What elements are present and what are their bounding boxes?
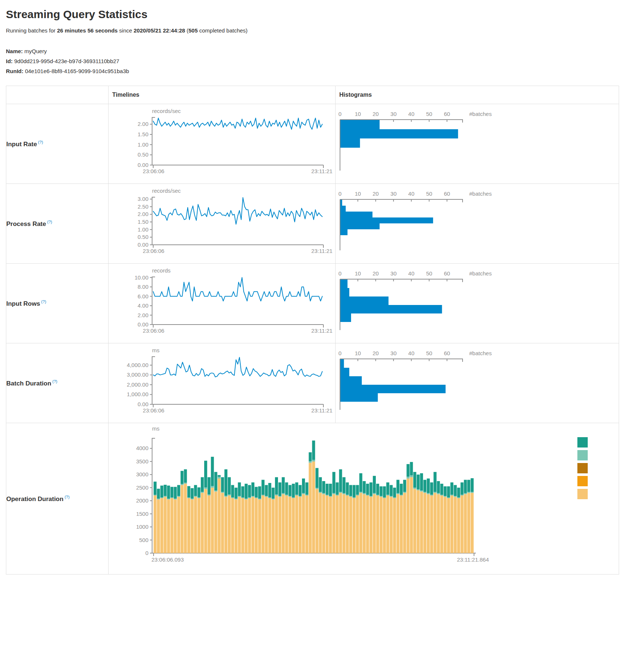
running-duration: 26 minutes 56 seconds [57, 27, 117, 34]
query-id-line: Id: 9d0dd219-995d-423e-b97d-36931110bb27 [6, 56, 619, 66]
svg-text:10.00: 10.00 [134, 274, 148, 281]
running-open-paren: ( [185, 27, 188, 34]
svg-text:40: 40 [408, 350, 415, 356]
query-meta: Name: myQuery Id: 9d0dd219-995d-423e-b97… [6, 46, 619, 76]
svg-text:60: 60 [444, 111, 450, 117]
input-rows-help-icon[interactable]: (?) [41, 299, 46, 304]
legend-swatch [577, 476, 588, 486]
svg-text:1000: 1000 [136, 524, 148, 530]
svg-text:30: 30 [391, 270, 397, 277]
svg-text:10: 10 [355, 270, 361, 277]
legend-swatch [577, 450, 588, 460]
running-batch-count: 505 [189, 27, 198, 34]
operation-duration-help-icon[interactable]: (?) [65, 495, 69, 499]
svg-text:1.50: 1.50 [138, 131, 148, 137]
svg-text:20: 20 [372, 111, 379, 117]
query-id-label: Id: [6, 58, 13, 64]
process-rate-row: Process Rate(?) records/sec0.000.501.001… [6, 184, 619, 264]
svg-text:0.50: 0.50 [138, 234, 148, 240]
svg-text:1500: 1500 [136, 511, 148, 517]
svg-text:50: 50 [426, 270, 432, 277]
svg-text:0.00: 0.00 [138, 241, 148, 248]
svg-text:2000: 2000 [136, 497, 148, 504]
svg-text:60: 60 [444, 191, 450, 197]
svg-text:3000: 3000 [136, 471, 148, 477]
query-name-line: Name: myQuery [6, 46, 619, 56]
batch-duration-help-icon[interactable]: (?) [52, 379, 57, 384]
input-rows-row: Input Rows(?) records0.002.004.006.008.0… [6, 264, 619, 343]
svg-text:0: 0 [339, 270, 341, 277]
svg-text:23:06:06: 23:06:06 [143, 248, 164, 254]
legend-swatch [577, 463, 588, 473]
input-rows-timeline-chart: records0.002.004.006.008.0010.0023:06:06… [109, 264, 336, 343]
process-rate-label: Process Rate [6, 220, 46, 227]
legend-swatch [577, 489, 588, 499]
process-rate-histogram-chart: 0102030405060#batches [336, 184, 619, 263]
svg-text:23:11:21: 23:11:21 [311, 407, 332, 414]
process-rate-label-cell: Process Rate(?) [6, 184, 109, 264]
svg-text:0: 0 [339, 350, 341, 356]
svg-text:1.50: 1.50 [138, 219, 148, 225]
svg-text:ms: ms [152, 425, 159, 432]
operation-duration-row: Operation Duration(?) ms0500100015002000… [6, 423, 619, 575]
svg-text:0: 0 [339, 191, 341, 197]
streaming-statistics-page: Streaming Query Statistics Running batch… [0, 0, 625, 575]
svg-text:3,000.00: 3,000.00 [127, 371, 148, 378]
query-id-value: 9d0dd219-995d-423e-b97d-36931110bb27 [14, 58, 120, 64]
svg-text:23:11:21: 23:11:21 [311, 328, 332, 334]
svg-text:#batches: #batches [469, 270, 492, 277]
svg-text:20: 20 [372, 350, 379, 356]
process-rate-timeline-chart: records/sec0.000.501.001.502.002.503.002… [109, 184, 336, 263]
query-name-label: Name: [6, 48, 23, 54]
svg-text:20: 20 [372, 270, 379, 277]
svg-text:30: 30 [391, 111, 397, 117]
svg-text:50: 50 [426, 350, 432, 356]
batch-duration-label-cell: Batch Duration(?) [6, 343, 109, 423]
svg-text:1,000.00: 1,000.00 [127, 391, 148, 397]
svg-text:#batches: #batches [469, 111, 492, 117]
running-suffix: completed batches) [198, 27, 248, 34]
svg-text:records/sec: records/sec [152, 108, 181, 114]
svg-text:records/sec: records/sec [152, 188, 181, 194]
svg-text:60: 60 [444, 350, 450, 356]
svg-text:1.00: 1.00 [138, 141, 148, 148]
batch-duration-histogram-chart: 0102030405060#batches [336, 343, 619, 423]
input-rate-label-cell: Input Rate(?) [6, 104, 109, 184]
input-rows-label: Input Rows [6, 300, 40, 307]
input-rows-label-cell: Input Rows(?) [6, 264, 109, 343]
svg-text:10: 10 [355, 111, 361, 117]
svg-text:40: 40 [408, 191, 415, 197]
svg-text:23:11:21: 23:11:21 [311, 248, 332, 254]
batch-duration-timeline-chart: ms0.001,000.002,000.003,000.004,000.0023… [109, 343, 336, 423]
input-rate-row: Input Rate(?) records/sec0.000.501.001.5… [6, 104, 619, 184]
query-name-value: myQuery [24, 48, 47, 54]
svg-text:10: 10 [355, 191, 361, 197]
svg-text:0.00: 0.00 [138, 401, 148, 407]
svg-text:4,000.00: 4,000.00 [127, 362, 148, 368]
svg-text:records: records [152, 267, 171, 274]
svg-text:50: 50 [426, 191, 432, 197]
svg-text:20: 20 [372, 191, 379, 197]
svg-text:23:06:06: 23:06:06 [143, 328, 164, 334]
legend-swatch [577, 437, 588, 448]
svg-text:4000: 4000 [136, 445, 148, 451]
stats-header-row: Timelines Histograms [6, 86, 619, 104]
input-rate-help-icon[interactable]: (?) [38, 140, 43, 144]
svg-text:6.00: 6.00 [138, 293, 148, 299]
running-summary: Running batches for 26 minutes 56 second… [6, 27, 619, 34]
svg-text:30: 30 [391, 191, 397, 197]
svg-text:0.50: 0.50 [138, 151, 148, 158]
svg-text:8.00: 8.00 [138, 284, 148, 290]
svg-text:2500: 2500 [136, 484, 148, 491]
running-prefix: Running batches for [6, 27, 57, 34]
svg-text:23:11:21.864: 23:11:21.864 [457, 556, 489, 563]
svg-text:23:06:06: 23:06:06 [143, 168, 164, 174]
svg-text:40: 40 [408, 111, 415, 117]
svg-text:1.00: 1.00 [138, 226, 148, 233]
operation-duration-label: Operation Duration [6, 495, 63, 502]
process-rate-help-icon[interactable]: (?) [47, 220, 52, 224]
svg-text:10: 10 [355, 350, 361, 356]
operation-duration-label-cell: Operation Duration(?) [6, 423, 109, 575]
query-runid-line: RunId: 04e101e6-8bf8-4165-9099-9104c951b… [6, 66, 619, 76]
svg-text:60: 60 [444, 270, 450, 277]
